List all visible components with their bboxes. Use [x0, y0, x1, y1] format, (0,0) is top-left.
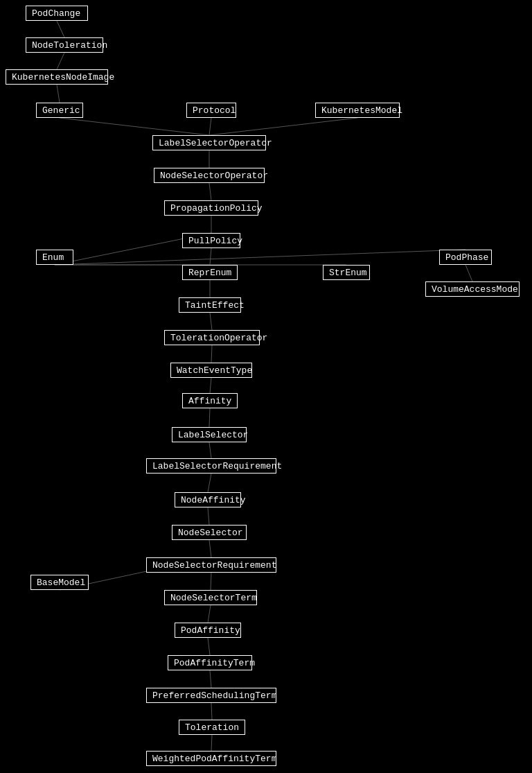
- svg-line-15: [208, 638, 210, 655]
- node-reprenum: ReprEnum: [182, 265, 238, 280]
- node-weightedpodaffinityterm: WeightedPodAffinityTerm: [146, 751, 276, 766]
- svg-line-11: [208, 507, 209, 525]
- node-affinity: Affinity: [182, 393, 238, 408]
- diagram-container: PodChangeNodeTolerationKubernetesNodeIma…: [0, 0, 532, 773]
- node-nodeselectorterm: NodeSelectorTerm: [164, 590, 257, 605]
- svg-line-26: [209, 118, 211, 135]
- node-protocol: Protocol: [186, 103, 236, 118]
- svg-line-1: [209, 183, 211, 200]
- node-nodeaffinity: NodeAffinity: [175, 492, 241, 507]
- svg-line-17: [211, 703, 212, 720]
- node-kubernetesmodel: KubernetesModel: [315, 103, 400, 118]
- node-enum: Enum: [36, 250, 73, 265]
- svg-line-5: [210, 313, 212, 330]
- node-tolerationoperator: TolerationOperator: [164, 330, 260, 345]
- svg-line-9: [209, 442, 211, 458]
- node-preferredschedulingterm: PreferredSchedulingTerm: [146, 688, 276, 703]
- svg-line-18: [211, 735, 212, 751]
- node-nodeselectorrequirement: NodeSelectorRequirement: [146, 557, 276, 573]
- svg-line-16: [210, 670, 211, 688]
- node-labelselectoroperator: LabelSelectorOperator: [152, 135, 266, 150]
- svg-line-12: [209, 540, 211, 557]
- node-podchange: PodChange: [26, 6, 88, 21]
- node-tainteffect: TaintEffect: [179, 297, 241, 313]
- svg-line-27: [57, 85, 60, 103]
- svg-line-29: [57, 21, 64, 37]
- node-labelselector: LabelSelector: [172, 427, 247, 442]
- node-volumeaccessmode: VolumeAccessMode: [425, 281, 520, 297]
- svg-line-6: [211, 345, 212, 363]
- node-propagationpolicy: PropagationPolicy: [164, 200, 258, 216]
- svg-line-22: [55, 250, 466, 265]
- node-nodeselectoroperator: NodeSelectorOperator: [154, 168, 265, 183]
- node-generic: Generic: [36, 103, 83, 118]
- node-kubernetesnodeimage: KubernetesNodeImage: [6, 69, 108, 85]
- svg-line-3: [210, 248, 211, 265]
- svg-line-8: [209, 408, 210, 427]
- node-toleration: Toleration: [179, 720, 245, 735]
- svg-line-24: [209, 118, 357, 135]
- node-watcheventtype: WatchEventType: [170, 363, 252, 378]
- svg-line-23: [466, 265, 472, 281]
- node-podaffinity: PodAffinity: [175, 623, 241, 638]
- node-labelselectorrequirement: LabelSelectorRequirement: [146, 458, 276, 474]
- node-nodetoleration: NodeToleration: [26, 37, 103, 53]
- node-strenum: StrEnum: [323, 265, 370, 280]
- node-podaffinityterm: PodAffinityTerm: [168, 655, 252, 670]
- svg-line-14: [208, 605, 211, 623]
- svg-line-7: [210, 378, 211, 393]
- svg-line-10: [208, 474, 211, 492]
- svg-line-25: [60, 118, 209, 135]
- node-pullpolicy: PullPolicy: [182, 233, 240, 248]
- node-podphase: PodPhase: [439, 250, 492, 265]
- svg-line-28: [57, 53, 64, 69]
- node-basemodel: BaseModel: [30, 575, 89, 590]
- node-nodeselector: NodeSelector: [172, 525, 247, 540]
- svg-line-13: [211, 573, 211, 590]
